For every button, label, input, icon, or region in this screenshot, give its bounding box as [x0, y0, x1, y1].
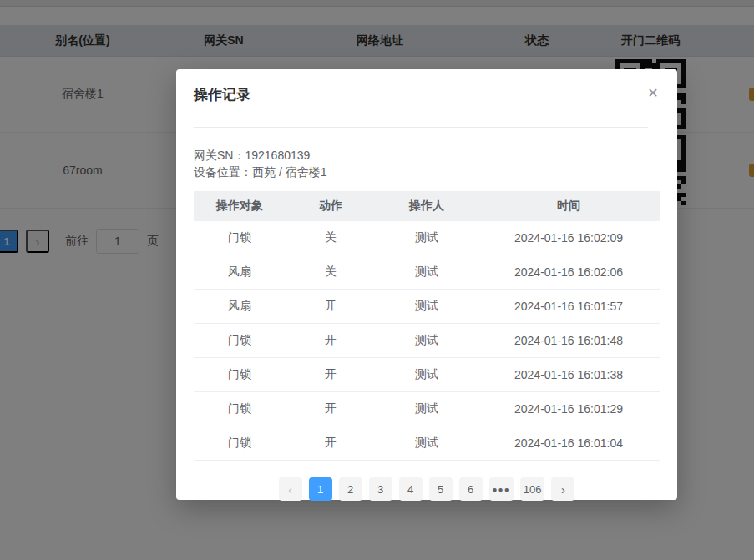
action-cell: 关 [286, 230, 376, 245]
target-cell: 门锁 [194, 401, 286, 416]
chevron-left-icon: ‹ [288, 482, 292, 497]
operator-cell: 测试 [376, 230, 478, 245]
time-cell: 2024-01-16 16:02:06 [478, 265, 660, 279]
operator-cell: 测试 [376, 367, 478, 382]
target-cell: 风扇 [194, 265, 286, 280]
action-cell: 开 [286, 436, 376, 451]
action-cell: 开 [286, 367, 376, 382]
gateway-sn-line: 网关SN：1921680139 [194, 147, 660, 164]
log-row: 风扇 开 测试 2024-01-16 16:01:57 [194, 290, 660, 324]
more-pages-icon[interactable]: ●●● [489, 477, 514, 501]
action-cell: 开 [286, 333, 376, 348]
log-pagination: ‹ 1 2 3 4 5 6 ●●● 106 › [176, 477, 677, 501]
operator-cell: 测试 [376, 265, 478, 280]
device-location-value: 西苑 / 宿舍楼1 [252, 165, 326, 179]
dialog-header: 操作记录 ✕ [176, 69, 677, 105]
gateway-sn-label: 网关SN： [194, 149, 245, 162]
action-cell: 开 [286, 299, 376, 314]
operation-log-table: 操作对象 动作 操作人 时间 门锁 关 测试 2024-01-16 16:02:… [194, 191, 660, 461]
device-location-line: 设备位置：西苑 / 宿舍楼1 [194, 164, 660, 180]
close-icon[interactable]: ✕ [642, 82, 664, 103]
target-cell: 风扇 [194, 299, 286, 314]
target-cell: 门锁 [194, 230, 286, 245]
column-header-target: 操作对象 [194, 199, 286, 214]
device-location-label: 设备位置： [194, 165, 252, 179]
action-cell: 关 [286, 265, 376, 280]
log-row: 风扇 关 测试 2024-01-16 16:02:06 [194, 255, 660, 290]
log-row: 门锁 开 测试 2024-01-16 16:01:04 [194, 426, 660, 461]
operator-cell: 测试 [376, 299, 478, 314]
time-cell: 2024-01-16 16:01:38 [478, 368, 660, 381]
page-button-2[interactable]: 2 [339, 477, 362, 501]
operator-cell: 测试 [376, 401, 478, 416]
time-cell: 2024-01-16 16:02:09 [478, 231, 660, 245]
device-info: 网关SN：1921680139 设备位置：西苑 / 宿舍楼1 [176, 128, 677, 180]
operator-cell: 测试 [376, 333, 478, 348]
page-button-6[interactable]: 6 [459, 477, 483, 501]
target-cell: 门锁 [194, 436, 286, 451]
page-button-last[interactable]: 106 [520, 477, 545, 501]
prev-page-button[interactable]: ‹ [279, 477, 302, 501]
time-cell: 2024-01-16 16:01:29 [478, 402, 660, 416]
operator-cell: 测试 [376, 436, 478, 451]
time-cell: 2024-01-16 16:01:48 [478, 334, 660, 347]
target-cell: 门锁 [194, 333, 286, 348]
gateway-sn-value: 1921680139 [245, 149, 310, 162]
next-page-button[interactable]: › [551, 477, 574, 501]
log-table-header: 操作对象 动作 操作人 时间 [194, 191, 660, 221]
column-header-time: 时间 [478, 199, 660, 214]
log-row: 门锁 开 测试 2024-01-16 16:01:29 [194, 392, 660, 426]
action-cell: 开 [286, 401, 376, 416]
log-row: 门锁 关 测试 2024-01-16 16:02:09 [194, 221, 660, 255]
operation-log-dialog: 操作记录 ✕ 网关SN：1921680139 设备位置：西苑 / 宿舍楼1 操作… [176, 69, 677, 500]
column-header-action: 动作 [286, 199, 376, 214]
log-row: 门锁 开 测试 2024-01-16 16:01:48 [194, 324, 660, 358]
target-cell: 门锁 [194, 367, 286, 382]
chevron-right-icon: › [561, 482, 565, 497]
page-button-3[interactable]: 3 [369, 477, 392, 501]
screen: 别名(位置) 网关SN 网络地址 状态 开门二维码 宿舍楼1 67room 1 … [0, 0, 754, 560]
time-cell: 2024-01-16 16:01:04 [478, 436, 660, 450]
dialog-title: 操作记录 [194, 87, 250, 103]
time-cell: 2024-01-16 16:01:57 [478, 300, 660, 313]
log-row: 门锁 开 测试 2024-01-16 16:01:38 [194, 358, 660, 392]
column-header-operator: 操作人 [376, 199, 478, 214]
page-button-5[interactable]: 5 [429, 477, 453, 501]
page-button-4[interactable]: 4 [399, 477, 423, 501]
page-button-1[interactable]: 1 [309, 477, 332, 501]
